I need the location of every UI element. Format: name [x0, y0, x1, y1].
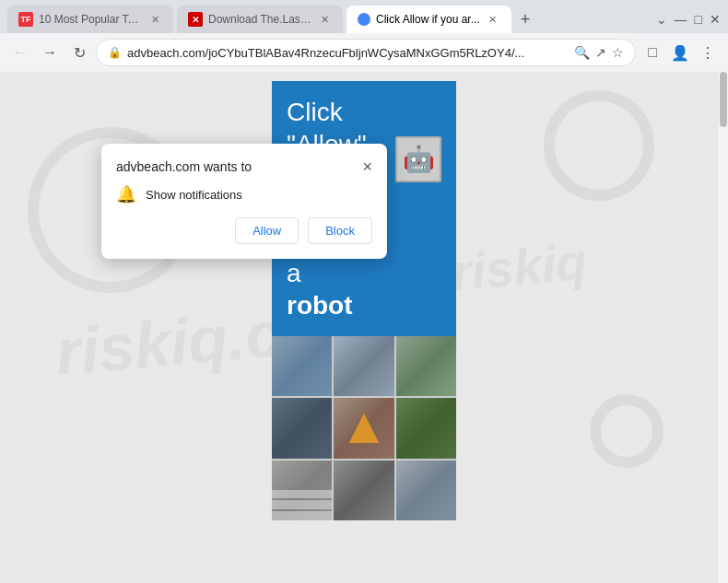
tab2-close[interactable]: ✕	[317, 12, 332, 27]
tab-3[interactable]: Click Allow if you ar... ✕	[346, 6, 511, 33]
tab-2[interactable]: ✕ Download The.Last... ✕	[177, 6, 343, 33]
bell-icon: 🔔	[116, 184, 136, 204]
tab2-favicon: ✕	[188, 12, 203, 27]
tab3-favicon	[358, 13, 370, 26]
browser-right-icons: □ 👤 ⋮	[640, 40, 721, 65]
robot-text: robot	[287, 291, 353, 320]
search-icon[interactable]: 🔍	[574, 45, 590, 60]
tab3-close[interactable]: ✕	[486, 12, 500, 27]
captcha-cell-6[interactable]	[272, 461, 332, 520]
captcha-cell-2[interactable]	[396, 336, 456, 396]
share-icon[interactable]: ↗	[595, 45, 606, 60]
click-text: Click	[287, 98, 343, 126]
captcha-cell-7[interactable]	[334, 461, 393, 520]
popup-title: advbeach.com wants to	[116, 159, 252, 174]
scrollbar-thumb[interactable]	[720, 72, 727, 127]
captcha-cell-0[interactable]	[272, 336, 332, 396]
new-tab-button[interactable]: +	[515, 8, 536, 31]
page-content: riskiq.com riskiq Click "Allow" if you s…	[0, 72, 728, 583]
tab1-favicon: TF	[18, 12, 33, 27]
tab2-label: Download The.Last...	[208, 13, 311, 26]
popup-header: advbeach.com wants to ×	[116, 158, 372, 175]
robot-icon: 🤖	[395, 136, 441, 182]
captcha-grid	[272, 336, 456, 520]
popup-notification-item: 🔔 Show notifications	[116, 184, 372, 204]
close-button[interactable]: ✕	[710, 12, 721, 27]
tab1-label: 10 Most Popular To...	[39, 13, 142, 26]
browser-chrome: TF 10 Most Popular To... ✕ ✕ Download Th…	[0, 0, 728, 72]
tab-1[interactable]: TF 10 Most Popular To... ✕	[7, 6, 173, 33]
address-text: advbeach.com/joCYbuTBlABav4RnzecuFbljnWC…	[127, 46, 569, 60]
scrollbar[interactable]	[717, 72, 728, 583]
back-button[interactable]: ←	[7, 40, 33, 65]
watermark-circle-right-top	[544, 90, 654, 201]
watermark-text-2: riskiq	[449, 232, 589, 303]
notification-popup: advbeach.com wants to × 🔔 Show notificat…	[101, 144, 387, 259]
a-text: a	[287, 259, 301, 287]
nav-bar: ← → ↻ 🔒 advbeach.com/joCYbuTBlABav4Rnzec…	[0, 33, 728, 72]
address-icons: 🔍 ↗ ☆	[574, 45, 624, 60]
lock-icon: 🔒	[108, 46, 122, 59]
forward-button[interactable]: →	[37, 40, 63, 65]
popup-item-text: Show notifications	[146, 188, 242, 202]
captcha-cell-5[interactable]	[396, 398, 456, 458]
bookmark-icon[interactable]: ☆	[612, 45, 624, 60]
refresh-button[interactable]: ↻	[66, 40, 92, 65]
captcha-cell-4[interactable]	[334, 398, 393, 458]
address-bar[interactable]: 🔒 advbeach.com/joCYbuTBlABav4RnzecuFbljn…	[96, 39, 636, 66]
captcha-cell-3[interactable]	[272, 398, 332, 458]
robot-emoji: 🤖	[403, 143, 435, 176]
minimize-button[interactable]: —	[675, 12, 687, 27]
allow-button[interactable]: Allow	[235, 217, 299, 244]
chevron-down-icon[interactable]: ⌄	[656, 12, 667, 27]
profile-picture-button[interactable]: □	[640, 40, 665, 65]
maximize-button[interactable]: □	[695, 12, 702, 27]
captcha-cell-1[interactable]	[334, 336, 393, 396]
block-button[interactable]: Block	[308, 217, 372, 244]
captcha-cell-8[interactable]	[396, 461, 456, 520]
tab3-label: Click Allow if you ar...	[376, 13, 480, 26]
popup-actions: Allow Block	[116, 217, 372, 244]
watermark-circle-right-bottom	[590, 394, 663, 468]
tab1-close[interactable]: ✕	[147, 12, 162, 27]
popup-close-button[interactable]: ×	[362, 158, 372, 175]
user-account-button[interactable]: 👤	[667, 40, 693, 65]
menu-button[interactable]: ⋮	[695, 40, 721, 65]
title-bar: TF 10 Most Popular To... ✕ ✕ Download Th…	[0, 0, 728, 33]
window-controls: ⌄ — □ ✕	[656, 12, 721, 27]
